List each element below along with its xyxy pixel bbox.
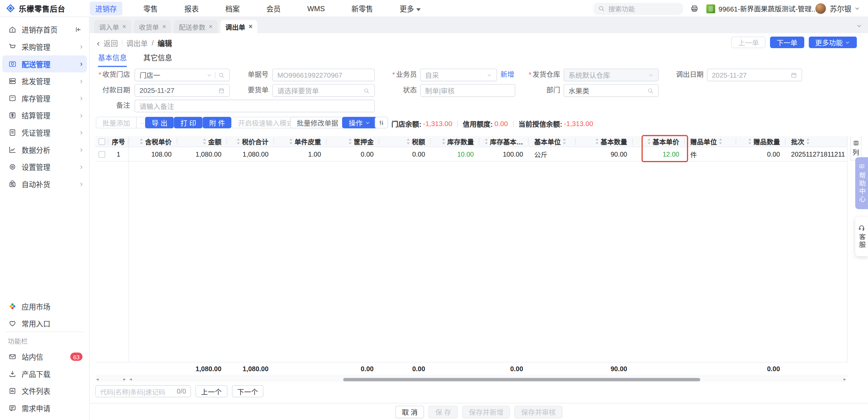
save-and-new-button[interactable]: 保存并新增 [462, 405, 510, 418]
collapse-sidebar-icon[interactable] [74, 25, 82, 34]
warehouse-select[interactable]: 系统默认仓库 [564, 68, 659, 81]
table-scrollbar[interactable]: ◂ ▸ [129, 377, 847, 382]
sidebar-item-request[interactable]: 需求申请 [0, 400, 89, 417]
cell-tax-price-total[interactable]: 1,080.00 [227, 147, 274, 161]
cell-stock-base[interactable]: 100.00 [479, 147, 529, 161]
sort-icon[interactable] [139, 138, 143, 144]
sidebar-item-messages[interactable]: 站内信 63 [0, 348, 89, 365]
col-gift-unit[interactable]: 赠品单位 [685, 136, 736, 147]
sidebar-item-analytics[interactable]: 数据分析› [0, 141, 89, 158]
col-tax[interactable]: 税额 [379, 136, 431, 147]
tab-transfer-in[interactable]: 调入单× [94, 20, 131, 33]
batch-add-button[interactable]: 批量添加 [96, 117, 137, 128]
print-icon[interactable] [690, 4, 698, 13]
select-all-checkbox[interactable] [99, 138, 105, 145]
store-switcher[interactable]: 99661-新界面果蔬版测试-管理... [706, 3, 802, 14]
sidebar-item-inventory[interactable]: 库存管理› [0, 89, 89, 107]
grid-settings-icon[interactable] [375, 117, 388, 128]
cell-base-price[interactable]: 12.00 [633, 147, 685, 161]
customer-service-tab[interactable]: 客服 [855, 217, 868, 256]
out-date-input[interactable]: 2025-11-27 [707, 68, 802, 81]
sidebar-item-settings[interactable]: 设置管理› [0, 158, 89, 176]
cancel-button[interactable]: 取 消 [395, 405, 425, 418]
col-batch[interactable]: 批次 [786, 136, 848, 147]
row-checkbox[interactable] [99, 151, 105, 158]
global-search-input[interactable]: 搜索功能 [593, 2, 683, 15]
find-next-button[interactable]: 下一个 [232, 385, 263, 397]
batch-edit-button[interactable]: 批量修改单据 [290, 117, 345, 128]
tab-receipt[interactable]: 收货单× [134, 20, 171, 33]
nav-item-retail[interactable]: 零售 [138, 1, 163, 15]
scrollbar-thumb[interactable] [343, 378, 700, 381]
chevron-down-icon[interactable] [854, 5, 860, 12]
col-index[interactable]: 序号 [108, 136, 129, 147]
close-icon[interactable]: × [209, 23, 213, 31]
cell-tare-weight[interactable]: 1.00 [274, 147, 327, 161]
tabs-overflow-chevron-icon[interactable] [856, 22, 863, 32]
operate-button[interactable]: 操作 [342, 117, 377, 128]
cell-amount[interactable]: 1,080.00 [177, 147, 227, 161]
search-icon[interactable] [647, 87, 654, 94]
col-amount[interactable]: 金额 [177, 136, 227, 147]
nav-item-new-retail[interactable]: 新零售 [346, 1, 378, 15]
col-gift-qty[interactable]: 赠品数量 [736, 136, 785, 147]
col-tax-price-total[interactable]: 税价合计 [227, 136, 274, 147]
user-name[interactable]: 苏尔银 [830, 3, 851, 14]
avatar[interactable] [815, 3, 826, 14]
sidebar-item-home[interactable]: 进销存首页 [0, 21, 89, 38]
table-row[interactable]: 1 108.00 1,080.00 1,080.00 1.00 0.00 0.0… [95, 147, 848, 161]
nav-item-report[interactable]: 报表 [179, 1, 204, 15]
tab-transfer-out[interactable]: 调出单× [220, 20, 257, 33]
department-input[interactable]: 水果类 [564, 84, 659, 97]
sidebar-item-settlement[interactable]: 结算管理› [0, 107, 89, 124]
help-center-tab[interactable]: 帮助中心 [855, 157, 868, 209]
find-prev-button[interactable]: 上一个 [195, 385, 227, 397]
col-base-price[interactable]: 基本单价 [633, 136, 685, 147]
cell-base-unit[interactable]: 公斤 [529, 147, 576, 161]
close-icon[interactable]: × [249, 23, 252, 31]
col-stock-base[interactable]: 库存基本… [479, 136, 529, 147]
fixed-columns-scrollbar[interactable]: ◂▸ [95, 377, 127, 382]
request-order-input[interactable]: 请选择要货单 [272, 84, 375, 97]
save-button[interactable]: 保 存 [429, 405, 458, 418]
sidebar-item-replenish[interactable]: 自动补货› [0, 176, 89, 193]
cell-price-with-tax[interactable]: 108.00 [129, 147, 177, 161]
quick-find-input[interactable]: 代码|名称|条码|速记码 0/0 [95, 385, 191, 397]
sidebar-item-file-list[interactable]: 文件列表 [0, 382, 89, 400]
cell-base-qty[interactable]: 90.00 [576, 147, 633, 161]
attachment-button[interactable]: 附 件 [203, 117, 232, 128]
store-select[interactable]: 门店一 [135, 68, 230, 81]
nav-item-psi[interactable]: 进销存 [90, 1, 122, 15]
close-icon[interactable]: × [122, 23, 126, 31]
sidebar-item-purchase[interactable]: 采购管理› [0, 38, 89, 56]
cell-basket-deposit[interactable]: 0.00 [327, 147, 379, 161]
nav-item-more[interactable]: 更多 [394, 1, 426, 15]
sidebar-item-wholesale[interactable]: 批发管理› [0, 73, 89, 90]
save-and-audit-button[interactable]: 保存并审核 [514, 405, 562, 418]
col-price-with-tax[interactable]: 含税单价 [129, 136, 177, 147]
cell-gift-qty[interactable]: 0.00 [736, 147, 785, 161]
export-button[interactable]: 导 出 [145, 117, 174, 128]
salesman-select[interactable]: 自采 [420, 68, 497, 81]
sidebar-item-voucher[interactable]: 凭证管理› [0, 124, 89, 141]
sidebar-item-downloads[interactable]: 产品下载 [0, 365, 89, 383]
cell-tax[interactable]: 0.00 [379, 147, 431, 161]
sidebar-item-favorites[interactable]: 常用入口 [0, 315, 89, 332]
sidebar-item-app-market[interactable]: 应用市场 [0, 298, 89, 315]
print-button[interactable]: 打 印 [174, 117, 203, 128]
close-icon[interactable]: × [162, 23, 166, 31]
sidebar-item-delivery[interactable]: 配送管理› [2, 55, 87, 73]
col-basket-deposit[interactable]: 筐押金 [327, 136, 379, 147]
col-tare-weight[interactable]: 单件皮重 [274, 136, 327, 147]
cell-batch[interactable]: 202511271811211 [786, 147, 848, 161]
nav-item-archive[interactable]: 档案 [220, 1, 245, 15]
nav-item-wms[interactable]: WMS [302, 2, 331, 14]
remark-input[interactable]: 请输入备注 [135, 100, 375, 113]
col-base-unit[interactable]: 基本单位 [529, 136, 576, 147]
col-stock-qty[interactable]: 库存数量 [431, 136, 479, 147]
tab-delivery-params[interactable]: 配送参数× [174, 20, 218, 33]
cell-gift-unit[interactable]: 件 [685, 147, 736, 161]
cell-stock-qty[interactable]: 10.00 [431, 147, 479, 161]
pay-date-input[interactable]: 2025-11-27 [135, 84, 230, 97]
col-base-qty[interactable]: 基本数量 [576, 136, 633, 147]
